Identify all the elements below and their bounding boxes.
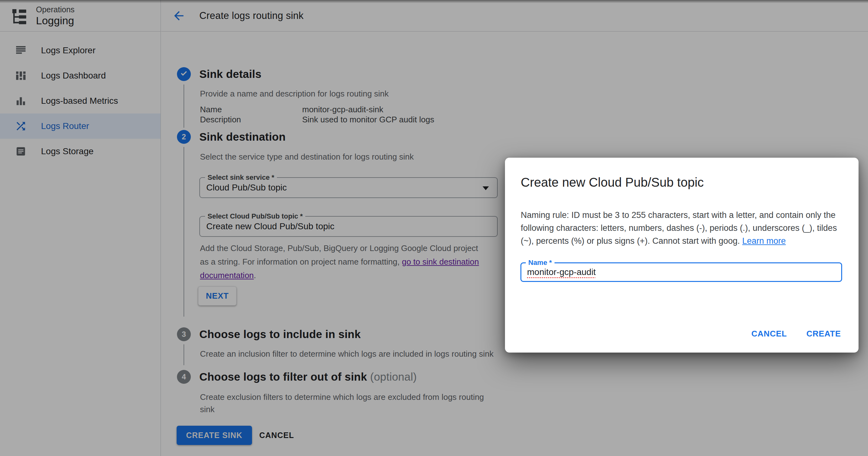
naming-rule-text: Naming rule: ID must be 3 to 255 charact… bbox=[521, 210, 837, 246]
dialog-create-button[interactable]: CREATE bbox=[806, 329, 841, 339]
create-pubsub-topic-dialog: Create new Cloud Pub/Sub topic Naming ru… bbox=[505, 158, 859, 353]
topic-name-field[interactable]: Name * monitor-gcp-audit bbox=[520, 262, 842, 282]
dialog-naming-rule-text: Naming rule: ID must be 3 to 255 charact… bbox=[521, 209, 844, 248]
topic-name-text: monitor-gcp-audit bbox=[527, 267, 596, 277]
screen: Operations Logging Logs Explorer bbox=[0, 0, 868, 456]
dialog-actions: CANCEL CREATE bbox=[751, 329, 841, 339]
dialog-cancel-button[interactable]: CANCEL bbox=[751, 329, 787, 339]
topic-name-field-value: monitor-gcp-audit bbox=[527, 263, 596, 281]
dialog-title: Create new Cloud Pub/Sub topic bbox=[521, 175, 704, 190]
learn-more-link[interactable]: Learn more bbox=[742, 236, 786, 246]
